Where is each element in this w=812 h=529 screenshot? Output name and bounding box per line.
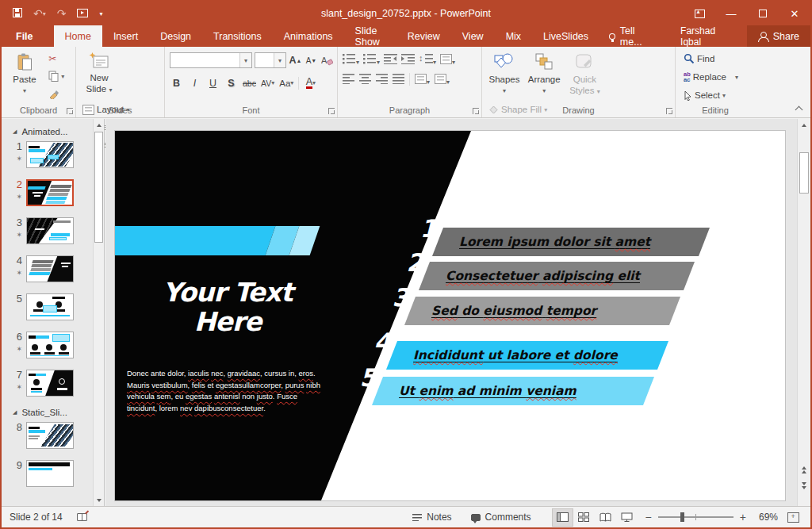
line-spacing-button[interactable]: ▾: [419, 53, 436, 66]
section-header[interactable]: ◢Static_Sli...: [13, 408, 92, 417]
decrease-indent-button[interactable]: [384, 53, 397, 66]
redo-button[interactable]: ↷: [57, 8, 67, 19]
select-button[interactable]: Select ▾: [684, 88, 738, 102]
align-right-button[interactable]: [376, 73, 388, 86]
tab-insert[interactable]: Insert: [102, 25, 149, 47]
new-slide-button[interactable]: New Slide ▾: [81, 50, 117, 101]
tab-slide-show[interactable]: Slide Show: [344, 25, 396, 47]
slide-indicator[interactable]: Slide 2 of 14: [10, 512, 63, 523]
cut-button[interactable]: ✂: [48, 52, 64, 66]
convert-smartart-button[interactable]: ▾: [435, 74, 450, 86]
slide-thumbnail-2[interactable]: [26, 179, 74, 206]
canvas-scroll-up-button[interactable]: [798, 119, 810, 132]
increase-font-size-button[interactable]: A▲: [289, 53, 302, 68]
list-item-bar-5[interactable]: Ut enim ad minim veniam: [372, 377, 654, 405]
tab-file[interactable]: File: [2, 25, 48, 47]
drawing-dialog-launcher[interactable]: [666, 108, 672, 114]
font-size-combo[interactable]: ▾: [255, 52, 286, 68]
list-item-bar-4[interactable]: Incididunt ut labore et dolore: [386, 341, 668, 370]
collapse-ribbon-button[interactable]: [796, 105, 802, 111]
start-from-beginning-button[interactable]: [77, 8, 88, 19]
undo-button[interactable]: ↶▾: [33, 8, 46, 19]
slide-thumbnail-7[interactable]: [26, 370, 74, 397]
replace-button[interactable]: abac Replace ▾: [684, 70, 738, 84]
zoom-slider-thumb[interactable]: [680, 512, 684, 522]
spell-check-icon[interactable]: [77, 513, 87, 521]
character-spacing-button[interactable]: AV▾: [261, 75, 274, 90]
italic-button[interactable]: I: [188, 75, 201, 90]
strikethrough-button[interactable]: abc: [243, 75, 256, 90]
decrease-font-size-button[interactable]: A▼: [304, 53, 318, 68]
zoom-in-button[interactable]: +: [740, 511, 746, 523]
shapes-button[interactable]: Shapes ▾: [487, 50, 522, 101]
ribbon-display-options-button[interactable]: [684, 2, 715, 25]
zoom-percent[interactable]: 69%: [754, 512, 783, 523]
slide-body-textbox[interactable]: Donec ante dolor, iaculis nec, gravidaac…: [127, 368, 327, 415]
notes-toggle[interactable]: Notes: [403, 507, 461, 528]
paste-button[interactable]: Paste ▾: [6, 50, 43, 101]
close-button[interactable]: ✕: [779, 2, 810, 25]
list-item-bar-2[interactable]: Consectetuer adipiscing elit: [419, 262, 695, 290]
zoom-out-button[interactable]: −: [645, 511, 652, 523]
slide-thumbnail-5[interactable]: [26, 293, 74, 320]
bold-button[interactable]: B: [170, 75, 183, 90]
underline-button[interactable]: U: [206, 75, 220, 90]
quick-styles-button[interactable]: Quick Styles ▾: [566, 50, 603, 101]
slide-thumbnail-6[interactable]: [26, 332, 74, 358]
zoom-slider[interactable]: [658, 516, 733, 518]
slide-show-button[interactable]: [616, 508, 638, 527]
paragraph-dialog-launcher[interactable]: [473, 108, 479, 114]
sidebar-scroll-up-button[interactable]: [94, 119, 104, 131]
slide-thumbnail-3[interactable]: [26, 217, 74, 244]
canvas-scrollbar[interactable]: [797, 119, 810, 506]
minimize-button[interactable]: —: [715, 2, 747, 25]
tab-home[interactable]: Home: [54, 25, 102, 47]
arrange-button[interactable]: Arrange ▾: [524, 50, 564, 101]
slide-editor[interactable]: Your Text Here Donec ante dolor, iaculis…: [115, 131, 785, 500]
font-name-combo[interactable]: ▾: [170, 52, 252, 68]
list-item-bar-3[interactable]: Sed do eiusmod tempor: [404, 297, 680, 325]
section-header[interactable]: ◢Animated...: [13, 127, 92, 136]
user-name[interactable]: Farshad Iqbal: [668, 25, 747, 47]
tab-mix[interactable]: Mix: [495, 25, 532, 47]
tab-liveslides[interactable]: LiveSlides: [532, 25, 599, 47]
bullets-button[interactable]: ▾: [343, 53, 359, 66]
tell-me-box[interactable]: Tell me...: [599, 25, 668, 47]
format-painter-button[interactable]: [48, 86, 64, 101]
next-slide-button[interactable]: [798, 479, 810, 492]
tab-review[interactable]: Review: [396, 25, 451, 47]
customize-qat-button[interactable]: ▾: [99, 8, 102, 19]
clear-formatting-button[interactable]: A: [320, 53, 334, 68]
numbering-button[interactable]: ▾: [363, 53, 380, 66]
slide-title-textbox[interactable]: Your Text Here: [132, 278, 323, 337]
find-button[interactable]: Find: [684, 52, 738, 66]
font-color-button[interactable]: A▾: [304, 75, 317, 90]
slide-thumbnail-1[interactable]: [26, 141, 74, 168]
tab-view[interactable]: View: [451, 25, 495, 47]
align-center-button[interactable]: [359, 73, 371, 86]
previous-slide-button[interactable]: [798, 463, 810, 476]
slide-thumbnail-4[interactable]: [26, 255, 74, 282]
share-button[interactable]: Share: [747, 25, 810, 47]
tab-animations[interactable]: Animations: [273, 25, 344, 47]
sidebar-scrollbar[interactable]: [93, 119, 104, 506]
copy-button[interactable]: ▾: [48, 69, 64, 83]
reading-view-button[interactable]: [595, 508, 616, 527]
slide-thumbnail-8[interactable]: [26, 422, 74, 449]
maximize-button[interactable]: [747, 2, 779, 25]
text-direction-button[interactable]: ▾: [440, 54, 455, 66]
fit-slide-to-window-button[interactable]: [787, 512, 799, 523]
columns-button[interactable]: ▾: [415, 74, 430, 86]
sidebar-scroll-down-button[interactable]: [94, 494, 104, 506]
increase-indent-button[interactable]: [401, 53, 415, 66]
justify-button[interactable]: [393, 73, 404, 86]
canvas-scrollbar-thumb[interactable]: [799, 152, 809, 194]
tab-transitions[interactable]: Transitions: [202, 25, 273, 47]
sidebar-scrollbar-thumb[interactable]: [94, 132, 103, 243]
slide-sorter-view-button[interactable]: [573, 508, 595, 527]
tab-design[interactable]: Design: [149, 25, 202, 47]
save-button[interactable]: [13, 8, 22, 19]
font-dialog-launcher[interactable]: [328, 108, 335, 114]
align-left-button[interactable]: [343, 73, 354, 86]
normal-view-button[interactable]: [552, 508, 573, 527]
